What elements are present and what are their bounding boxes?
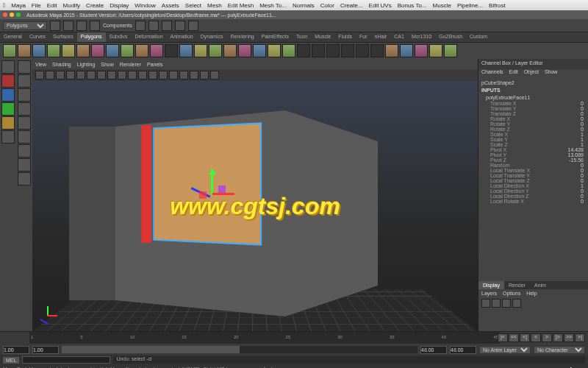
goto-end-icon[interactable]: >| <box>575 333 585 342</box>
tab-fluids[interactable]: Fluids <box>334 32 356 42</box>
shelf-uv3-icon[interactable] <box>415 44 428 57</box>
statusbtn-6[interactable] <box>148 21 159 31</box>
tab-polygons[interactable]: Polygons <box>77 32 106 42</box>
shelf-soccer-icon[interactable] <box>135 44 148 57</box>
menu-window[interactable]: Window <box>135 2 155 9</box>
step-fwd-icon[interactable]: >> <box>564 333 574 342</box>
hypershade-icon[interactable] <box>18 102 31 116</box>
statusbtn-7[interactable] <box>162 21 172 31</box>
components-toggle[interactable]: Components <box>103 23 132 28</box>
attr-row[interactable]: Random0 <box>489 163 585 168</box>
range-slider[interactable] <box>62 346 417 353</box>
shelf-extract-icon[interactable] <box>194 44 207 57</box>
shelf-uv5-icon[interactable] <box>444 44 457 57</box>
single-view-icon[interactable] <box>18 60 31 74</box>
rotate-tool-icon[interactable] <box>1 102 15 116</box>
tab-display[interactable]: Display <box>478 281 504 289</box>
vp-btn-10[interactable] <box>128 71 137 79</box>
vp-btn-4[interactable] <box>66 71 75 79</box>
layout5-icon[interactable] <box>18 172 31 185</box>
layer-down-icon[interactable] <box>512 299 521 308</box>
menu-file[interactable]: File <box>32 2 41 9</box>
shelf-checker4-icon[interactable] <box>341 44 354 57</box>
menu-bifrost[interactable]: Bifrost <box>489 2 506 9</box>
vp-btn-9[interactable] <box>118 71 126 79</box>
viewport-3d[interactable]: www.cgtsj.com <box>32 81 478 331</box>
shelf-merge-icon[interactable] <box>282 44 295 57</box>
cb-menu-show[interactable]: Show <box>545 69 558 78</box>
vp-menu-view[interactable]: View <box>35 62 46 67</box>
tab-fur[interactable]: Fur <box>356 32 371 42</box>
play-fwd-icon[interactable]: > <box>542 333 552 342</box>
attr-row[interactable]: Rotate Z0 <box>489 127 585 132</box>
vp-menu-renderer[interactable]: Renderer <box>120 62 141 67</box>
attr-row[interactable]: Local Translate Z0 <box>489 178 585 183</box>
menu-edit[interactable]: Edit <box>47 2 57 9</box>
close-icon[interactable] <box>3 13 7 17</box>
vp-btn-1[interactable] <box>35 71 44 79</box>
tab-toon[interactable]: Toon <box>293 32 311 42</box>
attr-row[interactable]: Translate Y0 <box>489 106 585 111</box>
menu-createuv[interactable]: Create... <box>340 2 363 9</box>
menu-color[interactable]: Color <box>320 2 334 9</box>
attr-row[interactable]: Translate Z0 <box>489 111 585 116</box>
shelf-bevel-icon[interactable] <box>223 44 237 57</box>
lasso-tool-icon[interactable] <box>1 74 15 88</box>
layout4-icon[interactable] <box>18 158 31 171</box>
shelf-checker1-icon[interactable] <box>297 44 310 57</box>
attr-row[interactable]: Scale Y1 <box>489 137 585 142</box>
menu-display[interactable]: Display <box>110 2 129 9</box>
tab-deformation[interactable]: Deformation <box>131 32 166 42</box>
statusbtn-5[interactable] <box>135 21 146 31</box>
shelf-insert-icon[interactable] <box>268 44 281 57</box>
attr-row[interactable]: Local Translate X0 <box>489 168 585 173</box>
shelf-sphere-icon[interactable] <box>3 44 16 57</box>
cb-menu-channels[interactable]: Channels <box>481 69 503 78</box>
statusbtn-4[interactable] <box>90 21 100 31</box>
tab-custom[interactable]: Custom <box>466 32 491 42</box>
vp-btn-7[interactable] <box>97 71 106 79</box>
shelf-cube-icon[interactable] <box>18 44 31 57</box>
shelf-append-icon[interactable] <box>253 44 266 57</box>
persp-outliner-icon[interactable] <box>18 88 31 102</box>
gizmo-xy-plane[interactable] <box>218 185 226 193</box>
vp-btn-14[interactable] <box>169 71 178 79</box>
menu-assets[interactable]: Assets <box>162 2 179 9</box>
command-input[interactable] <box>22 356 110 364</box>
move-manipulator[interactable] <box>190 169 234 213</box>
time-slider[interactable]: 151015202530354045 <box>29 332 500 344</box>
shelf-checker5-icon[interactable] <box>356 44 369 57</box>
shelf-uv2-icon[interactable] <box>400 44 413 57</box>
shelf-plane-icon[interactable] <box>76 44 90 57</box>
vp-menu-shading[interactable]: Shading <box>52 62 71 67</box>
shelf-prism-icon[interactable] <box>91 44 104 57</box>
attr-row[interactable]: Rotate X0 <box>489 116 585 121</box>
shelf-helix-icon[interactable] <box>121 44 134 57</box>
goto-start-icon[interactable]: |< <box>498 333 508 342</box>
attr-row[interactable]: Local Direction Z0 <box>489 194 585 199</box>
shelf-extrude-icon[interactable] <box>209 44 222 57</box>
step-back-icon[interactable]: << <box>509 333 519 342</box>
attr-row[interactable]: Scale Z1 <box>489 142 585 147</box>
vp-btn-5[interactable] <box>76 71 85 79</box>
attr-row[interactable]: Pivot X14.428 <box>489 147 585 152</box>
input-node[interactable]: polyExtrudeFace11 <box>481 94 585 101</box>
tab-ca1[interactable]: CA1 <box>390 32 408 42</box>
menu-muscle[interactable]: Muscle <box>433 2 451 9</box>
attr-row[interactable]: Scale X1 <box>489 132 585 137</box>
menu-modify[interactable]: Modify <box>63 2 81 9</box>
tab-painteffects[interactable]: PaintEffects <box>258 32 293 42</box>
menu-meshtools[interactable]: Mesh To... <box>259 2 287 9</box>
shelf-uv4-icon[interactable] <box>429 44 442 57</box>
menu-mesh[interactable]: Mesh <box>207 2 222 9</box>
vp-menu-panels[interactable]: Panels <box>147 62 162 67</box>
apple-icon[interactable]:  <box>3 1 5 9</box>
vp-btn-3[interactable] <box>56 71 65 79</box>
vp-btn-13[interactable] <box>159 71 168 79</box>
shelf-uv1-icon[interactable] <box>385 44 398 57</box>
gizmo-x-axis[interactable] <box>212 193 234 195</box>
attr-row[interactable]: Local Direction X1 <box>489 183 585 188</box>
play-back-icon[interactable]: < <box>531 333 541 342</box>
shelf-torus-icon[interactable] <box>62 44 75 57</box>
menu-pipeline[interactable]: Pipeline... <box>457 2 483 9</box>
